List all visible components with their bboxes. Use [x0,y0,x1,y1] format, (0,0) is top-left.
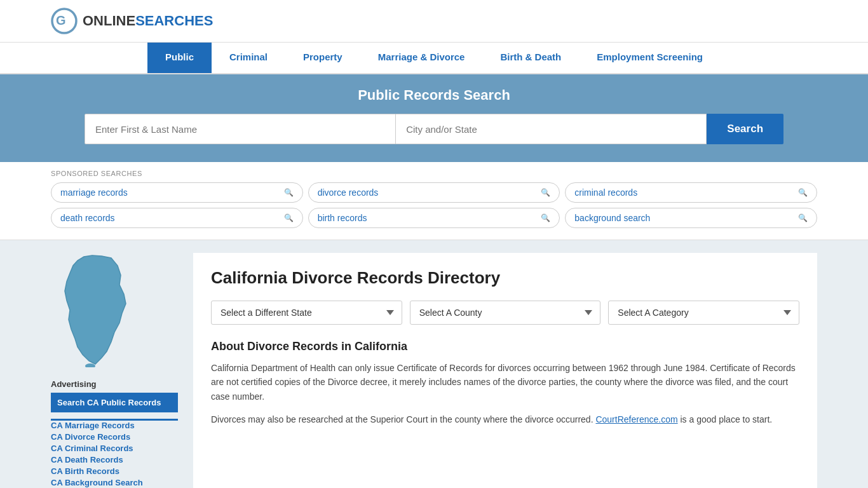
name-input[interactable] [85,114,396,144]
sponsored-divorce-label: divorce records [318,187,379,198]
sidebar-links: CA Marriage Records CA Divorce Records C… [51,421,178,487]
about-title: About Divorce Records in California [211,340,799,353]
sponsored-criminal-label: criminal records [574,187,637,198]
advertising-label: Advertising [51,379,178,389]
search-bar: Search [85,114,783,144]
state-dropdown[interactable]: Select a Different State [211,301,402,325]
search-icon-1: 🔍 [284,188,294,197]
header: G ONLINESEARCHES [0,0,868,43]
california-map [51,253,133,367]
sponsored-item-divorce[interactable]: divorce records 🔍 [308,182,560,203]
logo-text: ONLINESEARCHES [83,13,213,29]
sponsored-item-death[interactable]: death records 🔍 [51,208,303,228]
dropdowns-row: Select a Different State Select A County… [211,301,799,325]
logo-online: ONLINE [83,13,135,29]
logo-searches: SEARCHES [135,13,213,29]
search-button[interactable]: Search [707,114,783,144]
sidebar-link-death[interactable]: CA Death Records [51,455,178,464]
hero-section: Public Records Search Search [0,74,868,162]
sponsored-grid: marriage records 🔍 divorce records 🔍 cri… [51,182,817,228]
sponsored-birth-label: birth records [318,213,367,223]
nav-item-birth-death[interactable]: Birth & Death [482,43,579,73]
sidebar-link-marriage[interactable]: CA Marriage Records [51,421,178,430]
svg-point-2 [85,363,95,367]
logo-icon: G [51,8,78,34]
about-paragraph-1: California Department of Health can only… [211,361,799,403]
about-paragraph-2-start: Divorces may also be researched at the S… [211,414,595,424]
sidebar: Advertising Search CA Public Records CA … [51,253,178,488]
main-nav: Public Criminal Property Marriage & Divo… [0,43,868,74]
sidebar-link-background[interactable]: CA Background Search [51,478,178,487]
sponsored-item-birth[interactable]: birth records 🔍 [308,208,560,228]
nav-item-employment[interactable]: Employment Screening [579,43,721,73]
nav-item-criminal[interactable]: Criminal [212,43,285,73]
city-input[interactable] [396,114,707,144]
county-dropdown[interactable]: Select A County [410,301,601,325]
nav-item-property[interactable]: Property [285,43,360,73]
search-icon-5: 🔍 [541,214,550,222]
logo: G ONLINESEARCHES [51,8,213,34]
nav-item-public[interactable]: Public [147,43,212,73]
about-paragraph-2-end: is a good place to start. [678,414,773,424]
search-icon-3: 🔍 [798,188,808,197]
search-icon-4: 🔍 [284,214,294,222]
sidebar-link-criminal[interactable]: CA Criminal Records [51,444,178,453]
sponsored-death-label: death records [60,213,115,223]
sponsored-area: SPONSORED SEARCHES marriage records 🔍 di… [0,162,868,240]
sidebar-link-divorce[interactable]: CA Divorce Records [51,432,178,442]
sponsored-background-label: background search [574,213,650,223]
main-container: Advertising Search CA Public Records CA … [0,240,868,488]
sidebar-link-birth[interactable]: CA Birth Records [51,466,178,476]
sponsored-marriage-label: marriage records [60,187,128,198]
search-icon-2: 🔍 [541,188,550,197]
hero-title: Public Records Search [51,87,817,104]
nav-item-marriage-divorce[interactable]: Marriage & Divorce [360,43,483,73]
sponsored-item-criminal[interactable]: criminal records 🔍 [565,182,817,203]
sponsored-label: SPONSORED SEARCHES [51,170,817,177]
sponsored-item-background[interactable]: background search 🔍 [565,208,817,228]
category-dropdown[interactable]: Select A Category [608,301,799,325]
about-paragraph-2: Divorces may also be researched at the S… [211,412,799,426]
search-icon-6: 🔍 [798,214,808,222]
sidebar-ad-box[interactable]: Search CA Public Records [51,393,178,412]
sponsored-item-marriage[interactable]: marriage records 🔍 [51,182,303,203]
content-area: California Divorce Records Directory Sel… [193,253,817,488]
svg-text:G: G [56,13,66,27]
court-reference-link[interactable]: CourtReference.com [595,414,677,424]
page-title: California Divorce Records Directory [211,268,799,288]
